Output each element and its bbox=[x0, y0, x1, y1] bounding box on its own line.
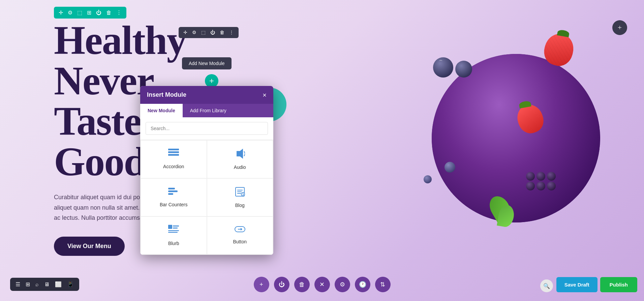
title-line1: Healthy bbox=[54, 18, 186, 63]
mint-leaf bbox=[491, 195, 509, 243]
strawberry-mid bbox=[518, 104, 543, 133]
audio-label: Audio bbox=[234, 164, 246, 170]
module-settings-icon[interactable]: ⚙ bbox=[192, 30, 196, 35]
save-draft-button[interactable]: Save Draft bbox=[556, 277, 597, 292]
module-item-blog[interactable]: Blog bbox=[207, 179, 273, 216]
blog-icon bbox=[235, 187, 245, 199]
module-more-icon[interactable]: ⋮ bbox=[229, 30, 234, 35]
trash-icon[interactable]: 🗑 bbox=[106, 10, 112, 16]
svg-rect-17 bbox=[168, 230, 179, 231]
blackberry-group bbox=[526, 172, 556, 190]
bar-counters-icon bbox=[168, 187, 179, 199]
grid-view-icon[interactable]: ⊞ bbox=[26, 281, 30, 288]
modal-title: Insert Module bbox=[147, 91, 186, 98]
history-circle-button[interactable]: 🕐 bbox=[355, 277, 370, 292]
module-item-blurb[interactable]: Blurb bbox=[141, 217, 207, 254]
svg-rect-1 bbox=[168, 151, 179, 153]
more-icon[interactable]: ⋮ bbox=[116, 9, 122, 16]
hamburger-icon[interactable]: ☰ bbox=[16, 281, 20, 288]
add-circle-button[interactable]: + bbox=[254, 277, 269, 292]
bottom-toolbar: ☰ ⊞ ⌕ 🖥 ⬜ 📱 bbox=[10, 278, 79, 291]
svg-rect-15 bbox=[173, 225, 179, 227]
module-item-bar-counters[interactable]: Bar Counters bbox=[141, 179, 207, 216]
action-buttons-area: Save Draft Publish bbox=[556, 277, 637, 292]
section-toolbar: ✛ ⚙ ⬚ ⊞ ⏻ 🗑 ⋮ bbox=[54, 7, 126, 19]
modal-header: Insert Module × bbox=[140, 86, 273, 104]
power-circle-button[interactable]: ⏻ bbox=[274, 277, 289, 292]
svg-rect-2 bbox=[168, 154, 179, 156]
bowl-circle bbox=[432, 54, 600, 222]
strawberry-top bbox=[545, 34, 573, 66]
food-bowl-decoration bbox=[381, 27, 617, 246]
power-icon[interactable]: ⏻ bbox=[96, 10, 101, 16]
trash-circle-button[interactable]: 🗑 bbox=[294, 277, 310, 292]
module-item-button[interactable]: Button bbox=[207, 217, 273, 254]
module-move-icon[interactable]: ✛ bbox=[183, 30, 187, 35]
svg-rect-0 bbox=[168, 149, 179, 150]
module-search-input[interactable] bbox=[146, 122, 268, 135]
audio-icon bbox=[235, 149, 245, 161]
module-item-accordion[interactable]: Accordion bbox=[141, 141, 207, 178]
button-icon bbox=[235, 225, 245, 236]
svg-marker-3 bbox=[237, 149, 243, 159]
berry-scatter-2 bbox=[424, 175, 432, 183]
svg-rect-6 bbox=[168, 193, 173, 195]
title-line2: Never bbox=[54, 58, 154, 103]
module-copy-icon[interactable]: ⬚ bbox=[201, 30, 206, 35]
blurb-label: Blurb bbox=[168, 241, 179, 246]
settings-circle-button[interactable]: ⚙ bbox=[335, 277, 350, 292]
zoom-icon[interactable]: ⌕ bbox=[35, 281, 39, 288]
add-section-button[interactable]: + bbox=[612, 20, 627, 35]
insert-module-modal: Insert Module × New Module Add From Libr… bbox=[140, 86, 273, 255]
search-bottom-button[interactable]: 🔍 bbox=[540, 279, 553, 292]
module-grid: Accordion Audio bbox=[140, 140, 273, 255]
button-label: Button bbox=[233, 239, 247, 244]
blog-label: Blog bbox=[235, 203, 245, 208]
svg-rect-18 bbox=[168, 232, 178, 233]
desktop-icon[interactable]: 🖥 bbox=[44, 281, 50, 288]
accordion-label: Accordion bbox=[163, 164, 184, 169]
svg-rect-14 bbox=[168, 225, 172, 229]
module-toolbar: ✛ ⚙ ⬚ ⏻ 🗑 ⋮ bbox=[179, 27, 239, 38]
move-icon[interactable]: ✛ bbox=[59, 9, 63, 16]
more-circle-button[interactable]: ⇅ bbox=[375, 277, 391, 292]
center-action-buttons: + ⏻ 🗑 ✕ ⚙ 🕐 ⇅ bbox=[254, 277, 391, 292]
svg-rect-4 bbox=[168, 188, 175, 189]
berry-scatter bbox=[444, 162, 455, 173]
module-trash-icon[interactable]: 🗑 bbox=[220, 30, 224, 35]
bar-counters-label: Bar Counters bbox=[160, 202, 187, 207]
hero-section: Healthy Never Tasted So Good Curabitur a… bbox=[0, 0, 644, 301]
add-new-module-button[interactable]: + bbox=[205, 74, 218, 88]
svg-line-13 bbox=[243, 194, 244, 195]
modal-close-button[interactable]: × bbox=[263, 92, 267, 98]
module-item-audio[interactable]: Audio bbox=[207, 141, 273, 178]
blurb-icon bbox=[168, 225, 179, 237]
modal-search-area bbox=[140, 117, 273, 140]
tooltip-label: Add New Module bbox=[189, 61, 225, 66]
accordion-icon bbox=[168, 149, 179, 160]
tab-add-from-library[interactable]: Add From Library bbox=[183, 104, 234, 117]
copy-icon[interactable]: ⬚ bbox=[77, 9, 82, 16]
close-circle-button[interactable]: ✕ bbox=[314, 277, 330, 292]
publish-button[interactable]: Publish bbox=[600, 277, 637, 292]
grid-icon[interactable]: ⊞ bbox=[87, 9, 91, 16]
mobile-icon[interactable]: 📱 bbox=[67, 281, 74, 288]
module-power-icon[interactable]: ⏻ bbox=[210, 30, 215, 35]
tablet-icon[interactable]: ⬜ bbox=[55, 281, 62, 288]
settings-icon[interactable]: ⚙ bbox=[68, 9, 72, 16]
view-menu-button[interactable]: View Our Menu bbox=[54, 237, 125, 256]
add-module-tooltip: Add New Module bbox=[182, 57, 232, 69]
svg-rect-16 bbox=[173, 228, 178, 229]
svg-rect-5 bbox=[168, 190, 178, 192]
tab-new-module[interactable]: New Module bbox=[140, 104, 183, 117]
modal-tabs: New Module Add From Library bbox=[140, 104, 273, 117]
blueberry-group bbox=[433, 57, 472, 78]
